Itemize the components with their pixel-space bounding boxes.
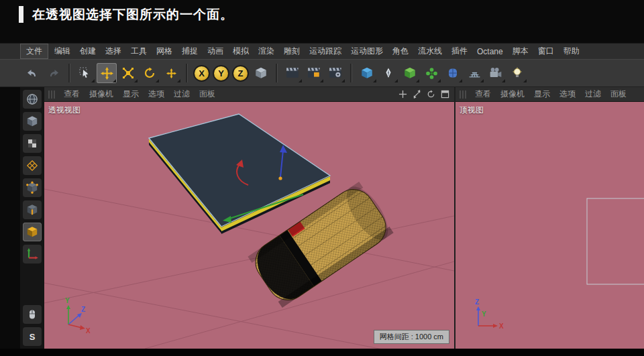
edges-mode-button[interactable]	[23, 200, 42, 219]
top-viewport-menubar: 查看 摄像机 显示 选项 过滤 面板	[455, 87, 644, 102]
world-axis-triad: Z Y X	[475, 298, 504, 330]
render-settings-button[interactable]	[325, 63, 345, 83]
vp-menu-display[interactable]: 显示	[529, 88, 555, 100]
polygons-mode-button[interactable]	[23, 223, 42, 241]
viewport-nav-icons	[398, 89, 450, 99]
menu-help[interactable]: 帮助	[559, 44, 584, 59]
vp-menu-camera[interactable]: 摄像机	[496, 88, 529, 100]
vp-menu-display[interactable]: 显示	[118, 88, 144, 100]
move-tool-button[interactable]	[97, 63, 117, 83]
redo-button[interactable]	[44, 63, 64, 83]
axis-z-lock-button[interactable]: Z	[232, 65, 249, 82]
toggle-view-button[interactable]	[440, 89, 450, 99]
coordinate-system-button[interactable]	[251, 63, 271, 83]
axis-z-label: Z	[475, 298, 479, 306]
menu-simulate[interactable]: 模拟	[228, 44, 254, 59]
make-editable-icon	[25, 93, 39, 106]
viewport-solo-icon	[26, 308, 38, 320]
menu-animate[interactable]: 动画	[203, 44, 228, 59]
edges-mode-icon	[25, 203, 39, 217]
deformer-button[interactable]	[443, 63, 463, 83]
bottom-bar	[0, 349, 644, 356]
camera-icon	[489, 66, 502, 80]
menu-plugins[interactable]: 插件	[447, 44, 472, 59]
workspace: S 查看 摄像机 显示 选项 过滤 面板 透视视图	[0, 87, 644, 349]
vp-menu-panel[interactable]: 面板	[606, 88, 631, 100]
menu-snap[interactable]: 捕捉	[177, 44, 203, 59]
vp-menu-panel[interactable]: 面板	[195, 88, 220, 100]
model-mode-button[interactable]	[23, 112, 42, 131]
last-tool-button[interactable]	[161, 63, 181, 83]
texture-mode-button[interactable]	[23, 134, 42, 153]
viewport-solo-button[interactable]	[23, 305, 42, 324]
menu-script[interactable]: 脚本	[508, 44, 533, 59]
rotate-view-button[interactable]	[426, 89, 436, 99]
top-viewport-canvas[interactable]: 顶视图 Z Y X	[455, 102, 644, 349]
rotate-tool-button[interactable]	[140, 63, 160, 83]
world-axis-triad: Y Z X	[65, 297, 91, 335]
axis-y-label: Y	[65, 297, 70, 304]
menu-mesh[interactable]: 网格	[152, 44, 177, 59]
floor-button[interactable]	[464, 63, 484, 83]
plane-top-face[interactable]	[149, 114, 330, 227]
menu-octane[interactable]: Octane	[472, 45, 508, 58]
axis-x-label: X	[86, 327, 91, 335]
vp-menu-options[interactable]: 选项	[144, 88, 169, 100]
live-selection-button[interactable]	[75, 63, 95, 83]
enable-axis-button[interactable]	[23, 245, 42, 263]
polygons-mode-icon	[25, 225, 39, 239]
render-view-button[interactable]	[282, 63, 303, 83]
menu-render[interactable]: 渲染	[254, 44, 279, 59]
gizmo-center	[278, 176, 282, 180]
subdivision-surface-button[interactable]	[400, 63, 420, 83]
last-tool-icon	[166, 68, 176, 78]
perspective-viewport: 查看 摄像机 显示 选项 过滤 面板 透视视图	[44, 87, 454, 349]
vp-menu-filter[interactable]: 过滤	[169, 88, 195, 100]
make-editable-button[interactable]	[23, 90, 42, 109]
menu-tools[interactable]: 工具	[126, 44, 152, 59]
axis-y-lock-button[interactable]: Y	[213, 65, 229, 82]
render-picture-viewer-button[interactable]	[304, 63, 324, 83]
light-button[interactable]	[507, 63, 527, 83]
cloner-icon	[425, 67, 438, 80]
snap-button[interactable]: S	[23, 327, 42, 346]
menu-pipeline[interactable]: 流水线	[413, 44, 447, 59]
axis-x-lock-button[interactable]: X	[193, 65, 210, 82]
menu-create[interactable]: 创建	[75, 44, 101, 59]
pan-view-button[interactable]	[398, 89, 408, 99]
pan-view-icon	[398, 90, 407, 99]
menu-select[interactable]: 选择	[101, 44, 126, 59]
toolbar-separator	[68, 64, 70, 82]
undo-icon	[26, 67, 38, 79]
menu-edit[interactable]: 编辑	[50, 44, 75, 59]
title-marker	[19, 6, 23, 23]
menu-sculpt[interactable]: 雕刻	[279, 44, 305, 59]
workplane-mode-button[interactable]	[23, 156, 42, 175]
vp-menu-filter[interactable]: 过滤	[580, 88, 606, 100]
menu-mograph[interactable]: 运动图形	[346, 44, 388, 59]
viewport-menu-grip[interactable]	[48, 91, 56, 99]
menu-motion-tracker[interactable]: 运动跟踪	[305, 44, 346, 59]
undo-button[interactable]	[22, 63, 42, 83]
zoom-view-button[interactable]	[412, 89, 422, 99]
texture-mode-icon	[26, 137, 38, 150]
viewport-menu-grip[interactable]	[460, 91, 468, 99]
plane-outline-top[interactable]	[587, 198, 644, 284]
primitive-cube-button[interactable]	[357, 63, 377, 83]
perspective-viewport-canvas[interactable]: 透视视图	[44, 102, 454, 349]
redo-icon	[48, 67, 60, 79]
menu-file[interactable]: 文件	[20, 44, 48, 59]
scale-tool-button[interactable]	[118, 63, 138, 83]
deformer-icon	[447, 67, 459, 79]
vp-menu-view[interactable]: 查看	[470, 88, 496, 100]
pen-spline-button[interactable]	[378, 63, 398, 83]
menu-window[interactable]: 窗口	[533, 44, 559, 59]
points-mode-button[interactable]	[23, 178, 42, 197]
menu-character[interactable]: 角色	[388, 44, 413, 59]
camera-button[interactable]	[486, 63, 506, 83]
workplane-mode-icon	[25, 159, 39, 172]
vp-menu-camera[interactable]: 摄像机	[85, 88, 118, 100]
vp-menu-options[interactable]: 选项	[555, 88, 580, 100]
cloner-button[interactable]	[421, 63, 441, 83]
vp-menu-view[interactable]: 查看	[59, 88, 85, 100]
